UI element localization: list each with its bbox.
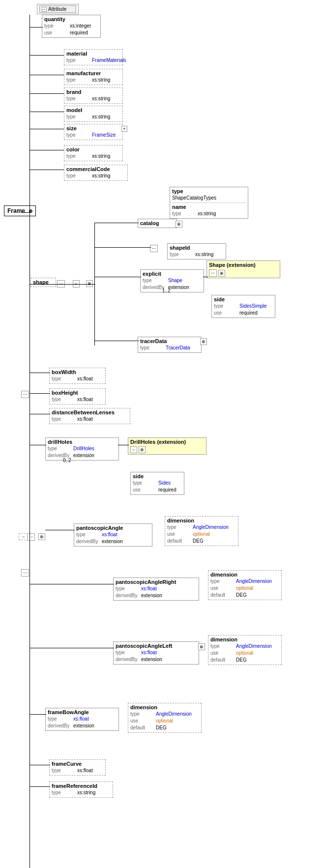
frameBowAngle-derivedBy-val: extension: [73, 723, 94, 729]
side-shape-title: side: [214, 296, 273, 302]
frameReferenceId-title: frameReferenceId: [52, 783, 111, 789]
quantity-box: quantity type xs:integer use required: [42, 15, 101, 38]
catalog-name-type-label: type: [172, 210, 197, 217]
dim-frameBow-type-val: AngleDimension: [156, 711, 192, 718]
brand-type-label: type: [66, 95, 91, 102]
main-dots-connector: ···: [21, 391, 29, 398]
pantoscopicAngleLeft-type-label: type: [116, 649, 140, 656]
size-title: size: [66, 125, 120, 131]
quantity-use-label: use: [44, 29, 69, 36]
attribute-header-box: − Attribute: [37, 4, 79, 14]
catalog-h-connect: [94, 223, 139, 223]
distanceBetweenLenses-h-line: [29, 414, 50, 414]
explicit-title: explicit: [143, 271, 202, 277]
dim-pantoLeft-use-val: optional: [236, 650, 253, 657]
shapeId-type-label: type: [170, 251, 194, 258]
manufacturer-type-label: type: [66, 77, 91, 84]
frameReferenceId-h-line: [29, 786, 50, 787]
side-drill-box: side type Sides use required: [130, 472, 184, 495]
shapeId-type-val: xs:string: [195, 251, 213, 258]
dim-panto-type-val: AngleDimension: [193, 524, 229, 531]
pantoscopicAngleRight-title: pantoscopicAngleRight: [116, 579, 197, 585]
dim-pantoRight-use-val: optional: [236, 585, 253, 592]
boxHeight-h-line: [29, 393, 50, 394]
quantity-title: quantity: [44, 16, 98, 22]
pantoscopic-h-line: [45, 530, 75, 530]
model-box: model type xs:string: [64, 106, 123, 122]
shapeId-title: shapeId: [170, 245, 224, 251]
dim-frameBow-type-label: type: [130, 711, 155, 718]
drillHoles-multiplicity: 0..2: [63, 457, 71, 463]
brand-title: brand: [66, 89, 120, 95]
catalog-name-label: name: [172, 204, 246, 210]
shape-attrs-v-line: [29, 226, 30, 472]
frame-label: Frame: [7, 207, 25, 214]
distanceBetweenLenses-type-val: xs:float: [77, 416, 93, 423]
main-conn-plus: ⊕: [38, 533, 45, 540]
dim-frameBow-title: dimension: [130, 704, 199, 710]
material-h-line: [29, 55, 64, 56]
color-box: color type xs:string: [64, 145, 123, 161]
manufacturer-title: manufacturer: [66, 70, 120, 76]
drillHoles-extension-box: DrillHoles (extension) − ⊕: [128, 437, 206, 455]
boxWidth-h-line: [29, 373, 50, 373]
drillHoles-ext-title: DrillHoles (extension): [130, 439, 204, 445]
color-title: color: [66, 146, 120, 152]
dim-pantoLeft-type-label: type: [210, 643, 235, 650]
boxHeight-type-val: xs:float: [77, 396, 93, 403]
pantoscopicAngleRight-type-label: type: [116, 585, 140, 592]
drillHoles-mult-label: 0..2: [63, 458, 71, 463]
catalog-title: catalog: [140, 220, 175, 226]
brand-type-val: xs:string: [92, 95, 110, 102]
dim-frameBow-use-val: optional: [156, 718, 173, 724]
drillHoles-h-line: [29, 445, 46, 445]
attrs-v-line: [29, 15, 30, 226]
tracerData-plus: ⊕: [200, 338, 207, 345]
tracerData-h-line: [94, 341, 139, 341]
model-h-line: [29, 112, 64, 112]
shape-extension-box: Shape (extension) ··· ⊕: [206, 260, 280, 278]
side-shape-type-label: type: [214, 303, 238, 310]
boxWidth-box: boxWidth type xs:float: [49, 368, 106, 384]
explicit-mult-label: 1..2: [162, 288, 171, 293]
main-dots: ···: [21, 391, 29, 398]
manufacturer-type-val: xs:string: [92, 77, 110, 84]
boxWidth-type-label: type: [52, 376, 76, 382]
quantity-use-val: required: [70, 29, 88, 36]
color-h-line: [29, 150, 64, 150]
commercial-code-type-val: xs:string: [92, 173, 110, 179]
catalog-box: catalog: [138, 219, 177, 228]
drillHoles-to-ext-h-line: [118, 445, 129, 445]
dim-pantoRight-use-label: use: [210, 585, 235, 592]
diagram: Frame ⊕ − Attribute quantity type xs:int…: [0, 0, 324, 868]
side-drill-type-label: type: [133, 480, 157, 487]
model-type-label: type: [66, 114, 91, 120]
material-type-label: type: [66, 57, 91, 64]
tracerData-box: tracerData type TracerData: [138, 337, 202, 353]
drillHoles-box: drillHoles type DrillHoles derivedBy ext…: [45, 437, 119, 461]
commercial-code-h-line: [29, 170, 64, 170]
main-connector-dots: ···: [27, 533, 35, 541]
drillHoles-type-label: type: [48, 445, 72, 452]
attribute-label: Attribute: [48, 6, 66, 12]
frameCurve-type-val: xs:float: [77, 767, 93, 774]
frameCurve-h-line: [29, 765, 50, 765]
catalog-attr-type-title: type: [172, 188, 246, 194]
dim-pantoLeft-box: dimension type AngleDimension use option…: [208, 635, 282, 665]
pantoscopicAngleRight-type-val: xs:float: [141, 585, 157, 592]
pantoscopicAngleLeft-type-val: xs:float: [141, 649, 157, 656]
drillHoles-derivedBy-val: extension: [73, 452, 94, 459]
material-box: material type FrameMaterials: [64, 49, 123, 65]
frameReferenceId-type-label: type: [52, 789, 76, 796]
dim-pantoRight-type-label: type: [210, 578, 235, 585]
dim-pantoLeft-use-label: use: [210, 650, 235, 657]
pantoscopicAngleLeft-derivedBy-val: extension: [141, 656, 162, 663]
catalog-type-val: ShapeCatalogTypes: [172, 195, 216, 202]
boxHeight-type-label: type: [52, 396, 76, 403]
dim-panto-use-val: optional: [193, 531, 210, 538]
dim-panto-default-label: default: [167, 538, 192, 545]
brand-h-line: [29, 93, 64, 94]
dim-frameBow-default-val: DEG: [156, 724, 167, 731]
material-type-val: FrameMaterials: [92, 57, 126, 64]
dim-pantoLeft-default-label: default: [210, 657, 235, 664]
